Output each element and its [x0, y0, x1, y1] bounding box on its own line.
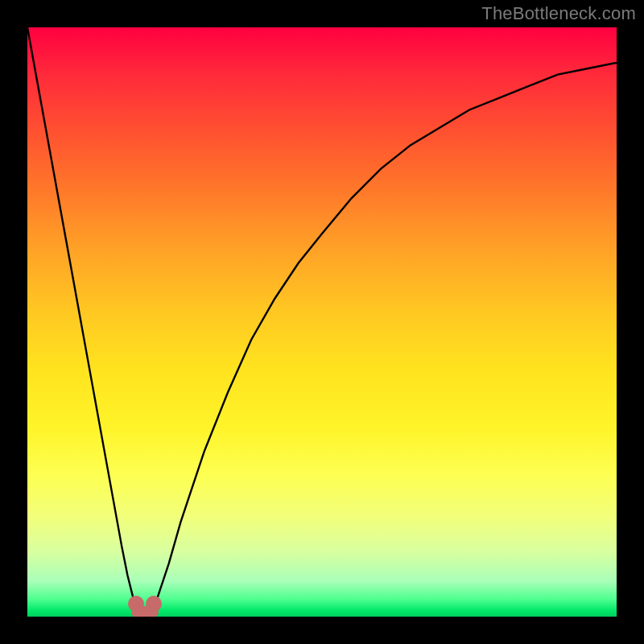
optimal-marker-base: [131, 606, 159, 617]
chart-frame: TheBottleneck.com: [0, 0, 644, 644]
plot-area: [27, 27, 617, 617]
watermark-text: TheBottleneck.com: [481, 3, 636, 24]
bottleneck-curve: [27, 27, 617, 617]
